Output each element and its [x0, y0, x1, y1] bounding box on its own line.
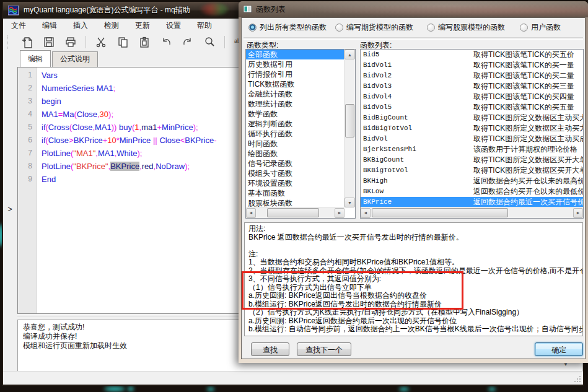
function-desc: 取得TICK图该笔TICK的买四量 [473, 92, 583, 102]
resize-grip[interactable] [574, 375, 581, 383]
radio-all[interactable]: 列出所有类型的函数 [248, 22, 327, 33]
menu-item-check[interactable]: 检测 [96, 19, 127, 33]
function-desc: 返回数据合约买开仓以来的最低价 [473, 186, 583, 197]
redo-icon[interactable] [181, 35, 195, 49]
func-list-hscrollbar[interactable]: ◄ ► [361, 207, 583, 218]
menu-item-update[interactable]: 更新 [127, 19, 158, 33]
type-list-hscrollbar[interactable]: ◄ ► [246, 207, 344, 218]
line-number: 3 [18, 95, 37, 108]
print-icon[interactable] [64, 35, 77, 49]
undo-icon[interactable] [159, 35, 173, 49]
scroll-thumb[interactable] [345, 104, 354, 137]
menu-item-insert[interactable]: 插入 [65, 19, 96, 33]
table-row[interactable]: BidVol 取得TICK图所定义数据区主动买成交量 [361, 134, 583, 144]
function-desc: 取得TICK图所定义数据区主动买大单数 [473, 113, 583, 123]
list-item[interactable]: 循环执行函数 [246, 129, 344, 139]
table-row[interactable]: Bid5 取得TICK图该笔TICK的买五价 [361, 50, 583, 60]
scroll-thumb[interactable] [267, 208, 319, 217]
find-button[interactable]: 查找 [251, 342, 289, 356]
list-item[interactable]: 模组头寸函数 [246, 168, 344, 178]
radio-label: 列出所有类型的函数 [260, 22, 327, 33]
radio-all-circle-icon [248, 24, 257, 32]
scroll-left-icon[interactable]: ◄ [246, 208, 256, 218]
radio-user[interactable]: 用户函数 [520, 22, 561, 33]
radio-label: 用户函数 [531, 22, 561, 33]
menu-item-settings[interactable]: 设置 [158, 19, 189, 33]
table-row[interactable]: BKPrice 返回数据合约最近一次买开信号价位 [361, 197, 583, 207]
scroll-up-icon[interactable]: ▲ [344, 50, 355, 59]
menu-item-help[interactable]: 帮助 [189, 19, 220, 33]
function-desc: 取得TICK图所定义数据区主动买大单量 [473, 123, 583, 134]
scroll-left-icon[interactable]: ◄ [361, 208, 371, 218]
list-item[interactable]: 数学函数 [246, 109, 344, 119]
cut-icon[interactable] [94, 35, 108, 49]
usage-line: a.历史回测: BKPrice返回数据合约最后一次出现的买开信号价位 [248, 317, 579, 326]
radio-stock[interactable]: 编写股票模型的函数 [427, 22, 505, 33]
line-number: 6 [18, 134, 37, 147]
table-row[interactable]: BKBigCount 取得TICK图所定义数据区买开大单成交 [361, 155, 583, 165]
line-number: 7 [18, 147, 37, 160]
copy-icon[interactable] [116, 35, 129, 49]
table-row[interactable]: BidVol1 取得TICK图该笔TICK的买一量 [361, 60, 583, 71]
list-item[interactable]: TICK数据函数 [246, 79, 344, 89]
table-row[interactable]: BidVol3 取得TICK图该笔TICK的买三量 [361, 81, 583, 92]
list-item[interactable]: 全部函数 [246, 50, 344, 59]
scroll-down-icon[interactable]: ▼ [344, 198, 355, 207]
tab-formula-help[interactable]: 公式说明 [52, 51, 98, 67]
function-name: Bid5 [361, 50, 473, 60]
save-icon[interactable] [42, 35, 56, 49]
radio-futures[interactable]: 编写期货模型的函数 [335, 22, 413, 33]
function-list-dialog: 函数列表 列出所有类型的函数 编写期货模型的函数 编写股票模型的函数 用户函数 … [239, 1, 588, 363]
function-name: BidBigCount [361, 113, 473, 123]
tab-edit[interactable]: 编辑 [20, 50, 51, 67]
ok-button[interactable]: 确定 [535, 342, 583, 356]
line-number: 4 [18, 108, 37, 121]
table-row[interactable]: BKHigh 返回数据合约买开仓以来的最高价 [361, 176, 583, 186]
table-row[interactable]: BidBigCount 取得TICK图所定义数据区主动买大单数 [361, 113, 583, 123]
new-file-icon[interactable] [20, 35, 34, 49]
status-bar [3, 371, 583, 385]
menu-item-edit[interactable]: 编辑 [34, 19, 65, 33]
function-filter-radios: 列出所有类型的函数 编写期货模型的函数 编写股票模型的函数 用户函数 [242, 21, 585, 35]
function-name: BidVol3 [361, 81, 473, 92]
list-item[interactable]: 行情报价引用 [246, 69, 344, 79]
table-row[interactable]: BKLow 返回数据合约买开仓以来的最低价 [361, 186, 583, 197]
list-item[interactable]: 信号记录函数 [246, 159, 344, 168]
desktop-glow-5 [488, 388, 496, 391]
function-listbox[interactable]: Bid5 取得TICK图该笔TICK的买五价 BidVol1 取得TICK图该笔… [360, 49, 584, 219]
function-desc: 取得TICK图该笔TICK的买三量 [473, 81, 583, 92]
search-icon[interactable] [203, 35, 216, 49]
table-row[interactable]: BKBigTotVol 取得TICK图所定义数据区买开大单成交 [361, 165, 583, 176]
function-name: BKBigTotVol [361, 165, 473, 176]
type-list-vscrollbar[interactable]: ▲ ▼ [344, 50, 355, 207]
dialog-titlebar[interactable]: 函数列表 [239, 1, 588, 17]
toolbar-separator [224, 36, 225, 48]
list-item[interactable]: 逻辑判断函数 [246, 119, 344, 129]
table-row[interactable]: BidBigTotVol 取得TICK图所定义数据区主动买大单量 [361, 123, 583, 134]
usage-line: 注: [248, 250, 579, 259]
list-item[interactable]: 环境设置函数 [246, 178, 344, 188]
menu-item-file[interactable]: 文件 [3, 19, 34, 33]
line-number: 2 [18, 82, 37, 95]
sidebar-expander-icon[interactable]: > [6, 203, 14, 214]
table-row[interactable]: BidVol4 取得TICK图该笔TICK的买四量 [361, 92, 583, 102]
toolbar-grip[interactable] [7, 35, 10, 49]
scroll-right-icon[interactable]: ► [335, 208, 344, 218]
table-row[interactable]: BidVol2 取得TICK图该笔TICK的买二量 [361, 71, 583, 81]
function-type-listbox[interactable]: 全部函数历史数据引用行情报价引用TICK数据函数金融统计函数数理统计函数数学函数… [245, 49, 356, 219]
list-item[interactable]: 历史数据引用 [246, 59, 344, 69]
scroll-right-icon[interactable]: ► [573, 208, 583, 218]
radio-stock-circle-icon [427, 24, 435, 32]
table-row[interactable]: BidVol5 取得TICK图该笔TICK的买五量 [361, 102, 583, 113]
list-item[interactable]: 时间函数 [246, 139, 344, 149]
paste-icon[interactable] [138, 35, 151, 49]
function-name: BidVol2 [361, 71, 473, 81]
list-item[interactable]: 金融统计函数 [246, 89, 344, 99]
list-item[interactable]: 基本面函数 [246, 188, 344, 198]
list-item[interactable]: 绘图函数 [246, 149, 344, 159]
list-item[interactable]: 数理统计函数 [246, 99, 344, 109]
radio-label: 编写期货模型的函数 [346, 22, 413, 33]
find-next-button[interactable]: 查找下一个 [297, 342, 351, 356]
scroll-thumb[interactable] [372, 208, 508, 217]
table-row[interactable]: BjerkStensPhi 该函数用于计算期权的理论价格 [361, 144, 583, 155]
